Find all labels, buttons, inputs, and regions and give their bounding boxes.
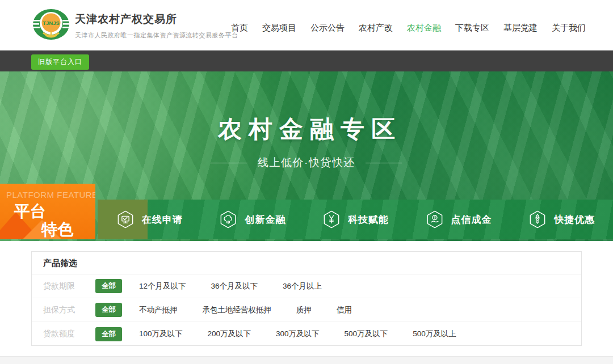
filter-rows: 贷款期限全部12个月及以下36个月及以下36个月以上担保方式全部不动产抵押承包土… bbox=[32, 274, 581, 346]
site-title: 天津农村产权交易所 bbox=[75, 12, 238, 27]
main-nav: 首页交易项目公示公告农村产改农村金融下载专区基层党建关于我们 bbox=[231, 23, 586, 33]
filter-option-1-3[interactable]: 信用 bbox=[337, 305, 352, 315]
nav-item-0[interactable]: 首页 bbox=[231, 23, 248, 33]
site-subtitle: 天津市人民政府唯一指定集体资产资源流转交易服务平台 bbox=[75, 31, 238, 40]
banner-subtitle: 线上低价·快贷快还 bbox=[258, 155, 355, 170]
secondary-topbar: 旧版平台入口 bbox=[0, 50, 613, 71]
nav-item-3[interactable]: 农村产改 bbox=[359, 23, 393, 33]
footer-strip bbox=[0, 356, 613, 364]
filter-option-1-0[interactable]: 不动产抵押 bbox=[139, 305, 178, 315]
cloud-finance-icon bbox=[219, 210, 238, 229]
old-platform-button[interactable]: 旧版平台入口 bbox=[31, 54, 89, 70]
filter-option-0-0[interactable]: 12个月及以下 bbox=[139, 281, 186, 291]
feature-tab-4[interactable]: 快捷优惠 bbox=[510, 200, 613, 239]
site-header: TJNJS 天津农村产权交易所 天津市人民政府唯一指定集体资产资源流转交易服务平… bbox=[0, 0, 613, 50]
feature-tab-label: 快捷优惠 bbox=[554, 213, 595, 226]
filter-option-1-2[interactable]: 质押 bbox=[296, 305, 312, 315]
filter-option-2-4[interactable]: 500万及以上 bbox=[413, 329, 456, 339]
filter-option-2-0[interactable]: 100万及以下 bbox=[139, 329, 183, 339]
nav-item-2[interactable]: 公示公告 bbox=[310, 23, 345, 33]
filter-option-2-2[interactable]: 300万及以下 bbox=[276, 329, 320, 339]
filter-row-label: 担保方式 bbox=[43, 305, 84, 315]
filter-options: 12个月及以下36个月及以下36个月以上 bbox=[139, 281, 322, 291]
filter-options: 100万及以下200万及以下300万及以下500万及以下500万及以上 bbox=[139, 329, 456, 339]
nav-item-7[interactable]: 关于我们 bbox=[552, 23, 586, 33]
rocket-icon bbox=[528, 210, 547, 229]
filter-title: 产品筛选 bbox=[32, 252, 581, 274]
subtitle-right-line bbox=[366, 163, 402, 163]
filter-row-0: 贷款期限全部12个月及以下36个月及以下36个月以上 bbox=[32, 274, 581, 298]
yen-hexagon-icon bbox=[322, 210, 341, 229]
brand-block: 天津农村产权交易所 天津市人民政府唯一指定集体资产资源流转交易服务平台 bbox=[75, 12, 238, 40]
filter-option-2-3[interactable]: 500万及以下 bbox=[345, 329, 388, 339]
banner-subtitle-row: 线上低价·快贷快还 bbox=[0, 155, 613, 170]
platform-features-box: PLATFORM FEATURES 平台 特色 bbox=[0, 184, 95, 239]
feature-tab-0[interactable]: 在线申请 bbox=[98, 200, 201, 239]
product-filter-card: 产品筛选 贷款期限全部12个月及以下36个月及以下36个月以上担保方式全部不动产… bbox=[31, 251, 582, 346]
filter-selected-badge[interactable]: 全部 bbox=[95, 303, 122, 317]
feature-tab-label: 点信成金 bbox=[451, 213, 492, 226]
filter-row-label: 贷款额度 bbox=[43, 329, 84, 339]
feature-tab-label: 创新金融 bbox=[245, 213, 285, 226]
filter-selected-badge[interactable]: 全部 bbox=[95, 327, 122, 341]
nav-item-6[interactable]: 基层党建 bbox=[503, 23, 538, 33]
filter-option-0-2[interactable]: 36个月以上 bbox=[283, 281, 322, 291]
subtitle-left-line bbox=[211, 163, 247, 163]
feature-tab-2[interactable]: 科技赋能 bbox=[304, 200, 407, 239]
banner-title: 农村金融专区 bbox=[0, 113, 613, 145]
filter-option-1-1[interactable]: 承包土地经营权抵押 bbox=[203, 305, 272, 315]
coin-hand-icon bbox=[425, 210, 444, 229]
filter-option-0-1[interactable]: 36个月及以下 bbox=[211, 281, 258, 291]
feature-tabbar: 在线申请创新金融科技赋能点信成金快捷优惠 bbox=[98, 200, 613, 239]
site-logo-icon: TJNJS bbox=[32, 7, 70, 43]
filter-row-2: 贷款额度全部100万及以下200万及以下300万及以下500万及以下500万及以… bbox=[32, 322, 581, 346]
filter-selected-badge[interactable]: 全部 bbox=[95, 279, 122, 293]
svg-text:TJNJS: TJNJS bbox=[43, 20, 60, 26]
filter-row-label: 贷款期限 bbox=[43, 281, 84, 291]
feature-tab-label: 科技赋能 bbox=[348, 213, 389, 226]
filter-option-2-1[interactable]: 200万及以下 bbox=[208, 329, 251, 339]
feature-tab-label: 在线申请 bbox=[142, 213, 183, 226]
nav-item-5[interactable]: 下载专区 bbox=[455, 23, 489, 33]
platform-features-cn-line2: 特色 bbox=[41, 219, 73, 239]
nav-item-4[interactable]: 农村金融 bbox=[407, 23, 441, 33]
monitor-check-icon bbox=[116, 210, 135, 229]
filter-options: 不动产抵押承包土地经营权抵押质押信用 bbox=[139, 305, 352, 315]
platform-features-en-label: PLATFORM FEATURES bbox=[6, 190, 95, 200]
feature-tab-1[interactable]: 创新金融 bbox=[201, 200, 304, 239]
filter-row-1: 担保方式全部不动产抵押承包土地经营权抵押质押信用 bbox=[32, 298, 581, 322]
nav-item-1[interactable]: 交易项目 bbox=[262, 23, 296, 33]
feature-tab-3[interactable]: 点信成金 bbox=[407, 200, 510, 239]
